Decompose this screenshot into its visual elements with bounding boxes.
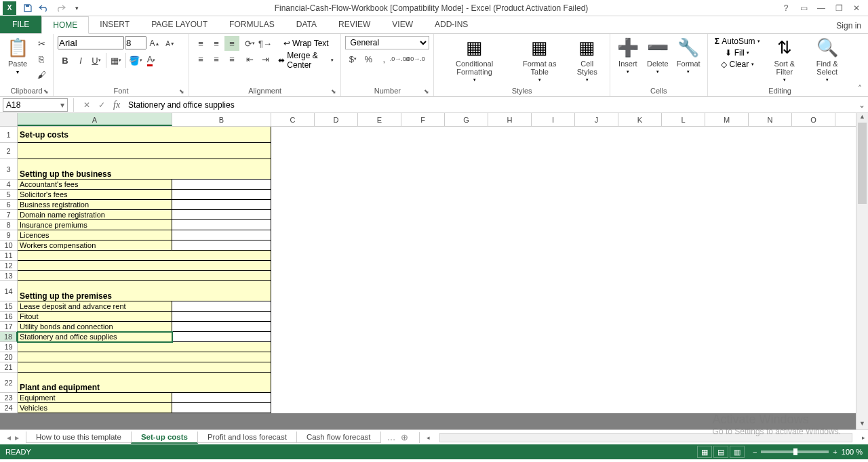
column-header[interactable]: B bbox=[172, 113, 271, 126]
page-layout-view-icon[interactable]: ▤ bbox=[713, 446, 728, 458]
cell[interactable] bbox=[18, 251, 271, 261]
row-header[interactable]: 1 bbox=[0, 127, 18, 143]
chevron-down-icon[interactable]: ▾ bbox=[60, 100, 64, 110]
cell[interactable] bbox=[18, 261, 271, 271]
row-header[interactable]: 20 bbox=[0, 352, 18, 362]
scroll-down-icon[interactable]: ▼ bbox=[856, 420, 868, 429]
help-icon[interactable]: ? bbox=[778, 1, 793, 15]
cell[interactable]: Setting up the premises bbox=[18, 281, 271, 301]
expand-formula-icon[interactable]: ⌄ bbox=[856, 100, 868, 110]
row-header[interactable]: 17 bbox=[0, 322, 18, 332]
bold-button[interactable]: B bbox=[58, 53, 73, 68]
orientation-button[interactable]: ⟳▾ bbox=[242, 36, 257, 51]
dialog-launcher-icon[interactable]: ⬊ bbox=[43, 88, 49, 95]
dialog-launcher-icon[interactable]: ⬊ bbox=[424, 88, 429, 95]
sign-in-link[interactable]: Sign in bbox=[829, 18, 868, 33]
zoom-out-icon[interactable]: − bbox=[753, 448, 757, 456]
zoom-control[interactable]: − + 100 % bbox=[753, 448, 863, 456]
align-center-button[interactable]: ≡ bbox=[209, 51, 224, 66]
sheet-tab-pl[interactable]: Profit and loss forecast bbox=[197, 432, 297, 443]
cell[interactable] bbox=[172, 322, 271, 332]
cell[interactable]: Vehicles bbox=[18, 403, 172, 413]
number-format-select[interactable]: General bbox=[345, 36, 429, 49]
row-header[interactable]: 8 bbox=[0, 220, 18, 230]
zoom-in-icon[interactable]: + bbox=[833, 448, 837, 456]
font-color-button[interactable]: A▾ bbox=[144, 53, 159, 68]
tab-addins[interactable]: ADD-INS bbox=[424, 16, 479, 33]
save-icon[interactable] bbox=[20, 1, 35, 15]
row-header[interactable]: 4 bbox=[0, 180, 18, 190]
page-break-view-icon[interactable]: ▥ bbox=[730, 446, 745, 458]
cell[interactable]: Business registration bbox=[18, 200, 172, 210]
align-left-button[interactable]: ≡ bbox=[193, 51, 208, 66]
new-sheet-icon[interactable]: ⊕ bbox=[401, 432, 408, 442]
cell[interactable]: Set-up costs bbox=[18, 127, 271, 143]
cell[interactable] bbox=[18, 352, 271, 362]
column-header[interactable]: E bbox=[358, 113, 401, 126]
normal-view-icon[interactable]: ▦ bbox=[697, 446, 712, 458]
scroll-left-icon[interactable]: ◂ bbox=[427, 434, 430, 441]
cell[interactable]: Solicitor's fees bbox=[18, 190, 172, 200]
column-header[interactable]: N bbox=[749, 113, 792, 126]
decrease-decimal-button[interactable]: .00→.0 bbox=[408, 51, 422, 66]
font-size-select[interactable] bbox=[125, 36, 146, 49]
column-header[interactable]: F bbox=[401, 113, 445, 126]
wrap-text-button[interactable]: ↩ Wrap Text bbox=[275, 36, 336, 51]
row-header[interactable]: 6 bbox=[0, 200, 18, 210]
row-header[interactable]: 16 bbox=[0, 312, 18, 322]
cell[interactable]: Licences bbox=[18, 230, 172, 240]
decrease-font-button[interactable]: A▼ bbox=[163, 36, 178, 51]
scroll-thumb[interactable] bbox=[858, 123, 867, 204]
increase-indent-button[interactable]: ⇥ bbox=[258, 51, 273, 66]
row-header[interactable]: 12 bbox=[0, 261, 18, 271]
format-as-table-button[interactable]: ▦Format as Table▾ bbox=[513, 36, 566, 84]
cell[interactable]: Fitout bbox=[18, 312, 172, 322]
cell[interactable]: Lease deposit and advance rent bbox=[18, 301, 172, 312]
copy-button[interactable]: ⎘ bbox=[34, 51, 49, 66]
cell[interactable] bbox=[172, 332, 271, 342]
cell[interactable]: Domain name registration bbox=[18, 210, 172, 220]
cell[interactable] bbox=[18, 342, 271, 352]
row-header[interactable]: 23 bbox=[0, 393, 18, 403]
minimize-icon[interactable]: — bbox=[814, 1, 829, 15]
column-header[interactable]: K bbox=[618, 113, 662, 126]
sheet-tab-cf[interactable]: Cash flow forecast bbox=[296, 432, 381, 443]
cell[interactable] bbox=[172, 301, 271, 312]
fill-button[interactable]: ⬇ Fill ▾ bbox=[712, 47, 763, 58]
more-sheets-icon[interactable]: … bbox=[387, 432, 396, 442]
dialog-launcher-icon[interactable]: ⬊ bbox=[179, 88, 184, 95]
select-all-corner[interactable] bbox=[0, 113, 18, 127]
restore-icon[interactable]: ❐ bbox=[831, 1, 846, 15]
row-header[interactable]: 24 bbox=[0, 403, 18, 413]
column-header[interactable]: G bbox=[445, 113, 488, 126]
clear-button[interactable]: ◇ Clear ▾ bbox=[712, 59, 763, 70]
decrease-indent-button[interactable]: ⇤ bbox=[242, 51, 257, 66]
column-header[interactable]: M bbox=[705, 113, 749, 126]
cut-button[interactable]: ✂ bbox=[34, 36, 49, 51]
align-bottom-button[interactable]: ≡ bbox=[224, 36, 239, 51]
zoom-slider[interactable] bbox=[761, 450, 829, 453]
find-select-button[interactable]: 🔍Find & Select▾ bbox=[806, 36, 848, 84]
row-header[interactable]: 14 bbox=[0, 281, 18, 301]
row-header[interactable]: 2 bbox=[0, 143, 18, 159]
align-middle-button[interactable]: ≡ bbox=[209, 36, 224, 51]
format-painter-button[interactable]: 🖌 bbox=[34, 67, 49, 82]
scroll-up-icon[interactable]: ▲ bbox=[856, 113, 868, 123]
row-header[interactable]: 11 bbox=[0, 251, 18, 261]
borders-button[interactable]: ▦▾ bbox=[108, 53, 123, 68]
align-top-button[interactable]: ≡ bbox=[193, 36, 208, 51]
row-header[interactable]: 10 bbox=[0, 240, 18, 251]
cell[interactable]: Setting up the business bbox=[18, 159, 271, 180]
column-header[interactable]: H bbox=[488, 113, 532, 126]
ribbon-display-icon[interactable]: ▭ bbox=[796, 1, 811, 15]
merge-center-button[interactable]: ⬌ Merge & Center ▾ bbox=[275, 53, 336, 68]
autosum-button[interactable]: Σ AutoSum ▾ bbox=[712, 36, 763, 47]
cell[interactable] bbox=[18, 362, 271, 373]
align-right-button[interactable]: ≡ bbox=[224, 51, 239, 66]
row-header[interactable]: 9 bbox=[0, 230, 18, 240]
horizontal-scrollbar[interactable]: ◂ ▸ bbox=[424, 433, 868, 442]
scroll-right-icon[interactable]: ▸ bbox=[862, 434, 865, 441]
prev-sheet-icon[interactable]: ◂ bbox=[7, 433, 11, 442]
conditional-formatting-button[interactable]: ▦Conditional Formatting▾ bbox=[438, 36, 510, 84]
cell[interactable]: Stationery and office supplies bbox=[18, 332, 172, 342]
